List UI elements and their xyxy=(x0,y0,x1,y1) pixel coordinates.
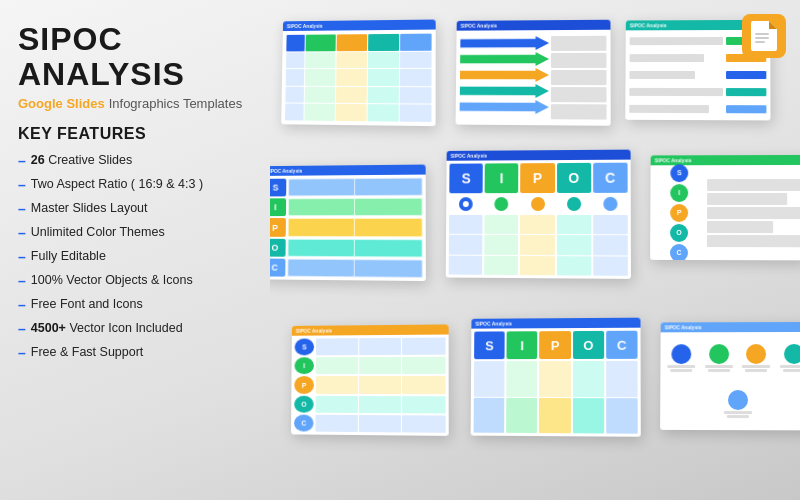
text-line xyxy=(630,37,723,45)
sipoc-i-large: I xyxy=(507,331,538,359)
content-cell xyxy=(557,215,591,234)
bar xyxy=(726,105,766,113)
table-cell xyxy=(400,69,432,86)
process-arrow xyxy=(460,52,549,66)
content-cell xyxy=(316,376,358,393)
google-slides-icon xyxy=(742,14,786,58)
subtitle-rest: Infographics Templates xyxy=(109,96,242,111)
feature-text: 4500+ Vector Icon Included xyxy=(31,319,183,338)
content-block xyxy=(551,53,607,68)
sipoc-o-large: O xyxy=(557,163,591,193)
content-cell xyxy=(402,396,445,414)
gs-line-2 xyxy=(755,37,769,39)
process-row xyxy=(460,100,549,114)
content-block xyxy=(355,219,422,235)
content-cell xyxy=(359,396,402,413)
gs-line-1 xyxy=(755,33,769,35)
content-cell xyxy=(520,215,554,234)
sipoc-s: S xyxy=(270,179,286,197)
content-cell xyxy=(557,235,591,255)
icon-label xyxy=(723,411,751,414)
icon-circle xyxy=(672,344,692,364)
slide-header-label: SIPOC Analysis xyxy=(630,22,667,28)
table-cell xyxy=(400,34,432,51)
icon-label xyxy=(780,365,800,368)
content-cell xyxy=(449,215,483,234)
slide-header-label: SIPOC Analysis xyxy=(665,324,702,330)
slide-header-label: SIPOC Analysis xyxy=(270,168,302,174)
content-block xyxy=(355,240,422,257)
process-row xyxy=(460,68,549,82)
content-cell xyxy=(402,415,445,433)
table-cell xyxy=(367,104,398,121)
icon-label xyxy=(668,365,696,368)
feature-dash: – xyxy=(18,175,26,196)
table-cell xyxy=(304,87,335,104)
table-cell xyxy=(304,104,335,121)
table-cell xyxy=(285,104,303,121)
table-cell xyxy=(285,87,303,103)
sipoc-c-large: C xyxy=(593,163,628,193)
slide-card-6: SIPOC Analysis S I P O C xyxy=(650,155,800,260)
content-cell xyxy=(573,361,604,397)
sipoc-s-large: S xyxy=(474,331,505,359)
content-cell xyxy=(520,235,554,255)
feature-dash: – xyxy=(18,247,26,268)
content-cell xyxy=(573,398,604,434)
list-item: – Master Slides Layout xyxy=(18,199,252,220)
feature-text: Two Aspect Ratio ( 16:9 & 4:3 ) xyxy=(31,175,203,194)
slide-body xyxy=(660,332,800,430)
slide-card-1: SIPOC Analysis xyxy=(281,19,436,126)
text-line xyxy=(629,88,723,96)
content-cell xyxy=(402,338,445,356)
content-cell xyxy=(359,338,402,355)
sipoc-c-large: C xyxy=(606,331,638,359)
table-cell xyxy=(368,87,399,104)
table-cell xyxy=(336,69,367,86)
process-arrow xyxy=(460,68,549,82)
sipoc-c: C xyxy=(270,258,286,276)
text-block xyxy=(707,192,787,204)
list-item: – Unlimited Color Themes xyxy=(18,223,252,244)
content-block xyxy=(288,239,353,255)
slide-body xyxy=(281,30,436,127)
list-item: – Two Aspect Ratio ( 16:9 & 4:3 ) xyxy=(18,175,252,196)
content-block xyxy=(355,179,422,196)
content-cell xyxy=(539,361,570,397)
table-cell xyxy=(368,34,399,51)
table-cell xyxy=(335,104,366,121)
content-cell xyxy=(359,376,402,393)
svg-point-0 xyxy=(463,201,469,207)
feature-dash: – xyxy=(18,223,26,244)
icon-circle xyxy=(784,344,800,364)
sipoc-circle-s: S xyxy=(670,164,688,182)
list-item: – Free & Fast Support xyxy=(18,343,252,364)
content-block xyxy=(551,70,607,85)
content-cell xyxy=(520,256,554,276)
key-features-title: KEY FEATURES xyxy=(18,125,252,143)
table-cell xyxy=(336,34,367,51)
feature-dash: – xyxy=(18,319,26,340)
slide-header-label: SIPOC Analysis xyxy=(655,157,692,163)
sipoc-p-large: P xyxy=(540,331,571,359)
slide-header: SIPOC Analysis xyxy=(661,322,800,332)
feature-text: 26 Creative Slides xyxy=(31,151,132,170)
table-cell xyxy=(305,34,335,51)
slide-body: S I P O C xyxy=(270,175,426,281)
left-panel: SIPOC ANALYSIS Google Slides Infographic… xyxy=(0,0,270,500)
table-cell xyxy=(368,51,399,68)
content-cell xyxy=(474,361,505,396)
text-block xyxy=(707,178,800,190)
text-line xyxy=(629,71,694,79)
table-row xyxy=(285,104,431,122)
sipoc-i-large: I xyxy=(485,163,519,193)
sipoc-s: S xyxy=(295,339,315,356)
table-cell xyxy=(336,87,367,104)
circle-icon xyxy=(567,197,581,211)
feature-dash: – xyxy=(18,271,26,292)
content-cell xyxy=(359,415,402,433)
table-cell xyxy=(400,87,432,104)
right-panel: SIPOC Analysis xyxy=(270,0,800,500)
feature-text: Free & Fast Support xyxy=(31,343,144,362)
feature-text: Unlimited Color Themes xyxy=(31,223,165,242)
